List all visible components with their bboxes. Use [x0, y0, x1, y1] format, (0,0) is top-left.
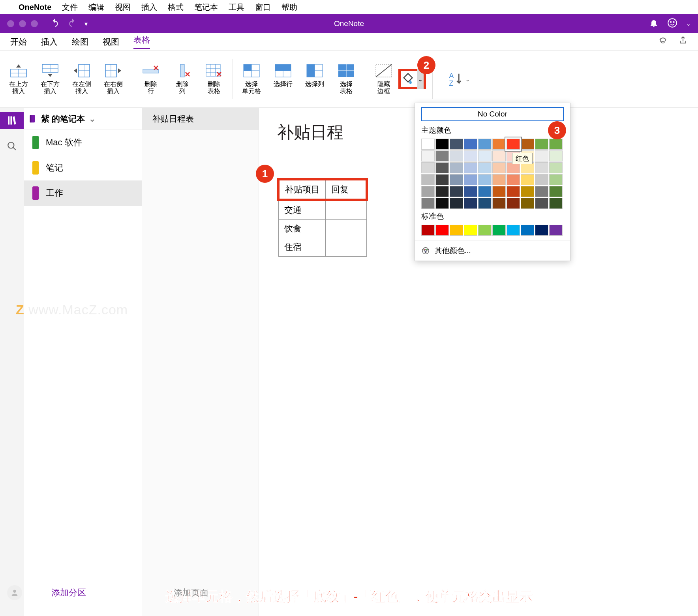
color-swatch[interactable] [492, 174, 506, 185]
color-swatch[interactable] [549, 162, 563, 173]
table-header-cell[interactable]: 回复 [326, 179, 367, 200]
menu-help[interactable]: 帮助 [281, 2, 297, 13]
select-col-button[interactable]: 选择列 [302, 63, 327, 95]
table-cell[interactable]: 住宿 [278, 238, 326, 257]
color-swatch[interactable] [464, 174, 477, 185]
color-swatch[interactable] [450, 198, 463, 209]
color-swatch[interactable] [492, 139, 506, 150]
color-swatch[interactable] [421, 162, 435, 173]
color-swatch[interactable] [450, 186, 463, 197]
color-swatch[interactable] [435, 225, 449, 236]
color-swatch[interactable] [478, 198, 492, 209]
section-item[interactable]: Mac 软件 [24, 130, 142, 155]
color-swatch[interactable] [549, 139, 563, 150]
delete-col-button[interactable]: 删除 列 [170, 63, 195, 95]
table-cell[interactable] [326, 238, 367, 257]
color-swatch[interactable] [435, 162, 449, 173]
tab-view[interactable]: 视图 [103, 36, 119, 47]
color-swatch[interactable] [450, 174, 463, 185]
color-swatch[interactable] [535, 186, 548, 197]
menu-edit[interactable]: 编辑 [88, 2, 104, 13]
color-swatch[interactable] [464, 225, 477, 236]
color-swatch[interactable] [421, 174, 435, 185]
insert-row-below-button[interactable]: 在下方 插入 [38, 63, 62, 95]
color-swatch[interactable] [535, 139, 548, 150]
delete-row-button[interactable]: 删除 行 [139, 63, 163, 95]
color-swatch[interactable] [521, 139, 534, 150]
color-swatch[interactable] [549, 225, 563, 236]
more-colors-button[interactable]: 其他颜色... [415, 240, 570, 261]
color-swatch[interactable] [421, 150, 435, 162]
shading-button[interactable]: ⌄ 2 [398, 69, 426, 89]
color-swatch[interactable] [421, 225, 435, 236]
color-swatch[interactable] [435, 198, 449, 209]
menu-view[interactable]: 视图 [115, 2, 131, 13]
color-swatch[interactable] [492, 198, 506, 209]
close-button[interactable] [7, 20, 14, 27]
hide-borders-button[interactable]: 隐藏 边框 [372, 63, 396, 95]
menu-window[interactable]: 窗口 [255, 2, 271, 13]
menu-tools[interactable]: 工具 [229, 2, 244, 13]
table-header-cell[interactable]: 补贴项目 [278, 179, 326, 200]
add-page-button[interactable]: 添加页面 [174, 587, 208, 599]
color-swatch[interactable] [535, 162, 548, 173]
sort-button[interactable]: AZ ⌄ [448, 69, 470, 89]
color-swatch[interactable] [421, 198, 435, 209]
color-swatch[interactable] [450, 162, 463, 173]
color-swatch[interactable] [478, 162, 492, 173]
color-swatch[interactable] [549, 186, 563, 197]
delete-table-button[interactable]: 删除 表格 [202, 63, 226, 95]
color-swatch[interactable] [521, 174, 534, 185]
account-icon[interactable] [667, 18, 677, 30]
undo-button[interactable] [50, 18, 60, 30]
color-swatch[interactable] [507, 225, 520, 236]
color-swatch[interactable] [535, 225, 548, 236]
notebook-selector[interactable]: 紫 的笔记本 ⌄ [24, 108, 142, 130]
page-item[interactable]: 补贴日程表 [142, 108, 259, 130]
redo-button[interactable] [67, 18, 77, 30]
color-swatch[interactable] [450, 225, 463, 236]
share-icon[interactable] [678, 36, 688, 48]
color-swatch[interactable] [464, 139, 477, 150]
color-swatch[interactable] [549, 174, 563, 185]
tab-table[interactable]: 表格 [133, 34, 150, 49]
color-swatch[interactable] [478, 150, 492, 162]
color-swatch[interactable] [535, 174, 548, 185]
color-swatch[interactable] [507, 139, 520, 150]
tab-draw[interactable]: 绘图 [72, 36, 88, 47]
menu-notebook[interactable]: 笔记本 [194, 2, 218, 13]
menu-insert[interactable]: 插入 [141, 2, 157, 13]
table-cell[interactable]: 饮食 [278, 220, 326, 238]
notebooks-icon[interactable] [0, 112, 24, 129]
section-item[interactable]: 工作 [24, 180, 142, 206]
color-swatch[interactable] [435, 150, 449, 162]
color-swatch[interactable] [464, 162, 477, 173]
search-icon[interactable] [7, 141, 17, 153]
insert-row-above-button[interactable]: 在上方 插入 [6, 63, 31, 95]
color-swatch[interactable] [464, 198, 477, 209]
color-swatch[interactable] [421, 139, 435, 150]
insert-col-left-button[interactable]: 在左侧 插入 [69, 63, 94, 95]
color-swatch[interactable] [450, 150, 463, 162]
color-swatch[interactable] [549, 150, 563, 162]
color-swatch[interactable] [521, 198, 534, 209]
table-cell[interactable] [326, 200, 367, 220]
table-cell[interactable]: 交通 [278, 200, 326, 220]
color-swatch[interactable] [478, 174, 492, 185]
color-swatch[interactable] [535, 198, 548, 209]
table-cell[interactable] [326, 220, 367, 238]
color-swatch[interactable] [478, 186, 492, 197]
add-section-button[interactable]: 添加分区 [51, 587, 86, 599]
color-swatch[interactable] [549, 198, 563, 209]
color-swatch[interactable] [507, 186, 520, 197]
color-swatch[interactable] [535, 150, 548, 162]
color-swatch[interactable] [435, 139, 449, 150]
notifications-icon[interactable] [649, 18, 659, 29]
color-swatch[interactable] [492, 150, 506, 162]
color-swatch[interactable] [421, 186, 435, 197]
section-item[interactable]: 笔记 [24, 155, 142, 180]
zoom-button[interactable] [31, 20, 38, 27]
color-swatch[interactable] [450, 139, 463, 150]
color-swatch[interactable] [492, 186, 506, 197]
select-table-button[interactable]: 选择 表格 [334, 63, 358, 95]
